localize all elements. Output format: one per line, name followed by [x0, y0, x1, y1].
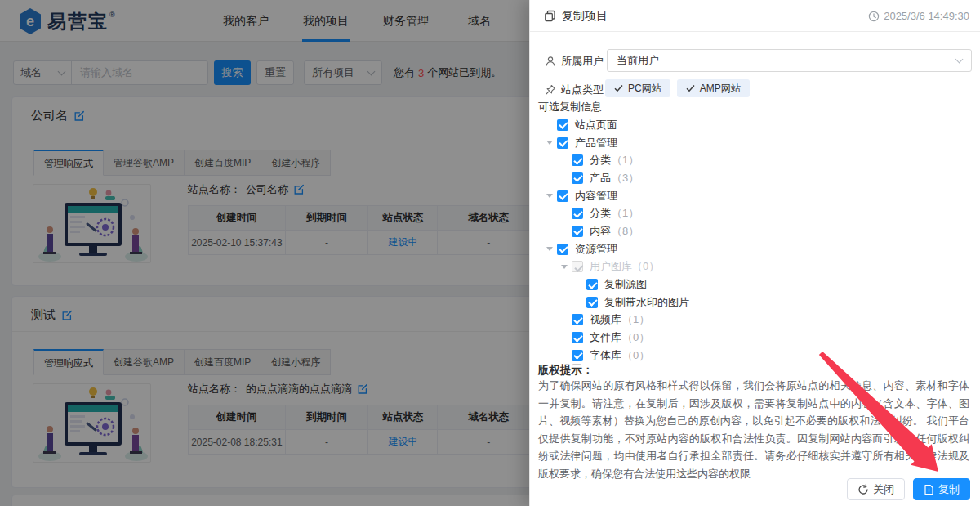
tree-item-copy-watermarked-image: 复制带水印的图片 — [530, 293, 980, 311]
checkbox[interactable] — [572, 208, 583, 219]
checkbox[interactable] — [557, 190, 568, 202]
checkbox[interactable] — [586, 297, 598, 308]
check-icon — [614, 84, 623, 92]
circular-arrow-icon — [858, 484, 869, 495]
checkbox-disabled — [572, 261, 583, 272]
tree-item-file-library: 文件库（0） — [530, 329, 980, 347]
copy-project-drawer: 复制项目 2025/3/6 14:49:30 所属用户： 当前用户 站点类型： — [529, 0, 980, 506]
tree-item-product-category: 分类（1） — [530, 151, 980, 169]
caret-down-icon[interactable] — [546, 247, 553, 251]
checkbox[interactable] — [572, 350, 583, 361]
copyright-title: 版权提示： — [538, 363, 594, 378]
tree-item-copy-source-image: 复制源图 — [530, 275, 980, 293]
checkbox[interactable] — [572, 226, 583, 237]
caret-down-icon[interactable] — [546, 141, 553, 145]
chevron-down-icon — [956, 55, 964, 63]
copy-options-tree: 站点页面 产品管理 分类（1） 产品（3） 内容管理 分类（1） 内容（8） — [530, 116, 980, 365]
drawer-title: 复制项目 — [562, 9, 608, 24]
clock-icon — [868, 11, 880, 22]
checkbox[interactable] — [586, 279, 598, 290]
tree-item-contents: 内容（8） — [530, 222, 980, 240]
drawer-footer: 关闭 复制 — [530, 472, 980, 506]
tree-item-site-pages: 站点页面 — [530, 116, 980, 134]
checkbox[interactable] — [557, 119, 568, 131]
drawer-header: 复制项目 2025/3/6 14:49:30 — [530, 0, 980, 32]
copy-options-label: 可选复制信息 — [538, 100, 602, 114]
caret-down-icon[interactable] — [546, 194, 553, 198]
caret-down-icon[interactable] — [561, 265, 568, 269]
tree-item-products: 产品（3） — [530, 169, 980, 187]
tree-item-user-gallery: 用户图库（0） — [530, 258, 980, 276]
checkbox[interactable] — [572, 154, 583, 166]
document-plus-icon — [924, 484, 934, 495]
person-icon — [545, 56, 556, 67]
copyright-text: 为了确保网站的原有风格和样式得以保留，我们会将原站点的相关信息、内容、素材和字体… — [538, 377, 969, 483]
tree-item-product-mgmt: 产品管理 — [530, 134, 980, 152]
checkbox[interactable] — [572, 172, 583, 184]
copy-button[interactable]: 复制 — [913, 478, 970, 500]
checkbox[interactable] — [572, 314, 583, 325]
checkbox[interactable] — [557, 137, 568, 149]
copy-icon — [544, 10, 556, 22]
tree-item-content-category: 分类（1） — [530, 204, 980, 222]
pushpin-icon — [545, 84, 556, 96]
tree-item-video-library: 视频库（1） — [530, 311, 980, 329]
timestamp: 2025/3/6 14:49:30 — [868, 0, 969, 32]
owner-select[interactable]: 当前用户 — [607, 49, 972, 72]
tree-item-font-library: 字体库（0） — [530, 347, 980, 365]
close-button[interactable]: 关闭 — [847, 478, 905, 500]
tree-item-content-mgmt: 内容管理 — [530, 187, 980, 205]
site-type-chip-amp[interactable]: AMP网站 — [677, 79, 750, 97]
site-type-chip-pc[interactable]: PC网站 — [605, 79, 670, 97]
checkbox[interactable] — [557, 244, 568, 255]
checkbox[interactable] — [572, 332, 583, 343]
check-icon — [686, 84, 695, 92]
tree-item-resource-mgmt: 资源管理 — [530, 240, 980, 258]
